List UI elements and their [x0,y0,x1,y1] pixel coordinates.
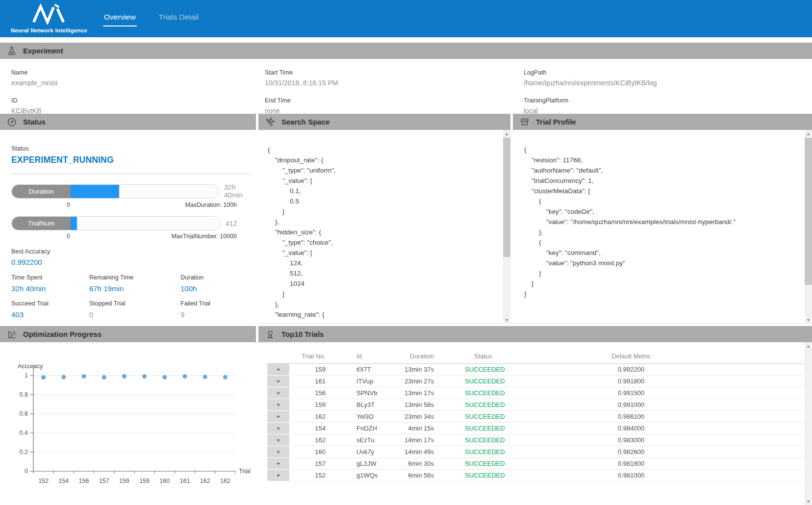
trial-id-cell: t0I7T [330,364,388,375]
top10-scrollbar[interactable]: ▲ ▼ [805,342,812,505]
scroll-up-icon[interactable]: ▲ [503,130,510,137]
svg-text:154: 154 [58,478,69,484]
duration-cell: 13min 17s [388,387,435,399]
stat-value: 67h 19min [89,284,180,293]
optimization-section-header: Optimization Progress [0,326,256,342]
code-line: 0.1, [268,186,510,196]
expand-row-button[interactable]: + [267,434,289,446]
column-header: Id [330,349,388,363]
default-metric-cell: 0.991800 [538,376,724,387]
logo-title: Neural Network Intelligence [11,27,87,33]
expand-row-button[interactable]: + [267,470,289,481]
code-line: } [524,289,812,299]
trial-no-cell: 162 [289,434,330,446]
trial-id-cell: sEzTu [330,434,388,446]
field-label: ID [11,97,57,104]
trial-profile-scrollbar[interactable]: ▲ ▼ [805,130,812,324]
tab-trials-detail[interactable]: Trials Detail [159,11,199,26]
optimization-chart: Accuracy10.80.60.40.20152154156157159159… [0,342,256,505]
top10-table-body: +159t0I7T13min 37sSUCCEEDED0.992200+161I… [267,364,804,481]
stat-value: 32h 40min [11,284,89,293]
expand-row-button[interactable]: + [267,446,289,458]
table-row: +159t0I7T13min 37sSUCCEEDED0.992200 [267,364,804,376]
table-row: +160Uvk7y14min 49sSUCCEEDED0.982600 [267,446,804,458]
scrollbar-thumb[interactable] [503,138,510,257]
default-metric-cell: 0.983000 [538,434,724,446]
stat-cell: Duration100h [180,274,256,293]
status-cell: SUCCEEDED [435,434,538,446]
search-space-panel: Search Space { "dropout_rate": { "_type"… [258,114,510,324]
trial-no-cell: 152 [289,470,330,481]
code-line: "authorName": "default", [524,165,812,176]
duration-cell: 13min 37s [388,364,435,375]
field-value: /home/quzha/nni/experiments/KCiBytKB/log [524,79,657,87]
expand-row-button[interactable]: + [267,423,289,434]
svg-text:159: 159 [119,478,129,484]
scroll-down-icon[interactable]: ▼ [805,498,812,505]
field-value: 10/31/2018, 8:16:15 PM [265,79,338,87]
medal-icon [265,329,275,339]
code-line: 512, [268,268,510,278]
field-label: Name [11,69,57,76]
table-header-row: Trial No.IdDurationStatusDefault Metric [267,349,804,364]
table-row: +162sEzTu14min 17sSUCCEEDED0.983000 [267,434,804,446]
expand-row-button[interactable]: + [267,376,289,387]
expand-row-button[interactable]: + [267,387,289,399]
field-label: TrainingPlatform [524,97,657,104]
trial-id-cell: Yel3O [330,411,388,422]
stat-value: 9 [180,310,256,319]
status-cell: SUCCEEDED [435,423,538,434]
status-cell: SUCCEEDED [435,446,538,457]
experiment-fields: Nameexample_mnistIDKCiBytKBStart Time10/… [0,59,812,114]
stat-label: Time Spent [11,274,89,281]
divider [11,174,251,174]
scrollbar-thumb[interactable] [805,138,812,285]
top10-section-header: Top10 Trials [258,326,812,342]
duration-cell: 4min 15s [388,423,435,434]
code-line: ] [268,289,510,299]
status-cell: SUCCEEDED [435,376,538,387]
experiment-section-title: Experiment [23,47,63,55]
duration-bar-fill [71,185,119,198]
duration-bar-label: Duration [12,185,71,198]
optimization-progress-panel: Optimization Progress Accuracy10.80.60.4… [0,326,256,505]
trial-no-cell: 161 [289,376,330,387]
expand-row-button[interactable]: + [267,364,289,376]
svg-text:152: 152 [38,478,49,484]
status-section-header: Status [0,114,256,130]
code-line: }, [524,227,812,237]
scroll-down-icon[interactable]: ▼ [805,316,812,324]
expand-row-button[interactable]: + [267,411,289,423]
column-header: Trial No. [289,349,330,363]
expand-row-button[interactable]: + [267,458,289,470]
code-line: }, [268,299,510,309]
duration-cell: 6min 30s [388,458,435,469]
status-cell: SUCCEEDED [435,364,538,375]
stat-value: 0 [89,310,180,319]
scroll-up-icon[interactable]: ▲ [805,342,812,350]
stat-cell: Stopped Trial0 [89,300,180,319]
search-space-scrollbar[interactable]: ▲ ▼ [503,130,510,324]
expand-row-button[interactable]: + [267,399,289,411]
chart-point [162,375,167,379]
code-line: "_type": "uniform", [268,165,510,176]
code-line: { [524,196,812,206]
default-metric-cell: 0.992200 [538,364,724,375]
code-line: "clusterMetaData": [ [524,186,812,196]
svg-text:162: 162 [200,478,210,484]
top-navigation-bar: Neural Network Intelligence OverviewTria… [0,0,812,37]
duration-cell: 14min 17s [388,434,435,446]
default-metric-cell: 0.984000 [538,423,724,434]
molecule-icon [265,117,275,127]
trial-profile-section-header: Trial Profile [513,114,812,130]
scroll-down-icon[interactable]: ▼ [503,316,510,324]
duration-cell: 14min 49s [388,446,435,457]
scroll-up-icon[interactable]: ▲ [805,130,812,137]
tab-overview[interactable]: Overview [104,11,136,26]
code-line: ] [524,278,812,289]
trialnum-min: 0 [67,233,70,240]
duration-value: 32h 40min [224,183,256,199]
svg-text:162: 162 [220,478,230,484]
flask-icon [7,46,17,56]
svg-text:159: 159 [139,478,150,484]
